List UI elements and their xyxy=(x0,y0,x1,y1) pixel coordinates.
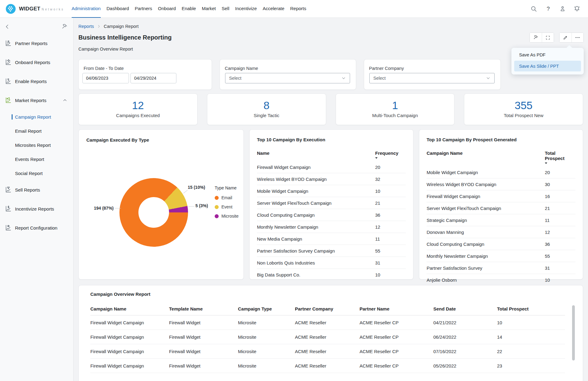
sidebar-item-incentivize-reports[interactable]: Incentivize Reports xyxy=(0,199,73,218)
sidebar-item-campaign-report[interactable]: Campaign Report xyxy=(0,110,73,124)
campaign-overview-card: Campaign Overview Report Campaign Name T… xyxy=(78,285,583,381)
table-row[interactable]: Wireless Widget BYOD Campaign 32 xyxy=(257,173,406,185)
table-row[interactable]: Cloud Computing Campaign 36 xyxy=(257,209,406,221)
legend-title: Type Name xyxy=(215,185,239,190)
sidebar-item-report-configuration[interactable]: Report Configuration xyxy=(0,218,73,237)
leader-line xyxy=(115,208,121,208)
sidebar-item-events-report[interactable]: Events Report xyxy=(0,152,73,166)
legend-item[interactable]: Microsite xyxy=(215,214,239,219)
notifications-bell-icon[interactable] xyxy=(573,5,581,13)
kpi-value: 12 xyxy=(79,99,197,112)
table-row[interactable]: Mobile Widget Campaign 10 xyxy=(257,185,406,197)
kpi-total-prospect-new: 355 Total Prospect New xyxy=(464,93,583,125)
page-title: Business Intelligence Reporting xyxy=(78,34,583,41)
table-row[interactable]: Partner Satisfaction Survey 31 xyxy=(427,262,575,274)
market-reports-icon xyxy=(5,97,12,104)
campaign-name-select[interactable]: Select xyxy=(225,73,350,83)
table-row[interactable]: Firewall Widget Campaign Firewall Widget… xyxy=(90,359,565,373)
campaign-name-label: Campaign Name xyxy=(225,66,258,71)
sidebar-pin-icon[interactable] xyxy=(62,24,68,30)
nav-menu-item[interactable]: Dashboard xyxy=(107,0,129,18)
sidebar-collapse-icon[interactable] xyxy=(4,24,10,30)
table-row[interactable]: Monthly Newsletter Campaign 12 xyxy=(257,221,406,233)
sidebar-item-enable-reports[interactable]: Enable Reports xyxy=(0,72,73,91)
fullscreen-icon xyxy=(545,35,550,40)
table-row[interactable]: Firewall Widget Campaign Firewall Widget… xyxy=(90,330,565,344)
sidebar-item-label: Report Configuration xyxy=(15,225,57,231)
table-row[interactable]: Monthly Newsletter Campaign 55 xyxy=(427,250,575,262)
table-row[interactable]: Partner Satisfaction Survey Campaign 55 xyxy=(257,245,406,257)
date-range-label: From Date - To Date xyxy=(84,66,124,71)
sidebar-item-social-report[interactable]: Social Report xyxy=(0,166,73,180)
breadcrumb-reports-link[interactable]: Reports xyxy=(78,24,94,29)
sidebar-item-onboard-reports[interactable]: Onboard Reports xyxy=(0,53,73,72)
sidebar-item-market-reports[interactable]: Market Reports xyxy=(0,91,73,110)
from-date-input[interactable]: 04/06/2023 xyxy=(82,73,129,83)
sidebar-item-label: Onboard Reports xyxy=(15,60,50,65)
legend-item[interactable]: Event xyxy=(215,204,239,209)
brand-logo[interactable]: WIDGET Networks xyxy=(0,4,64,14)
help-icon[interactable]: ? xyxy=(545,5,552,13)
nav-menu-item[interactable]: Partners xyxy=(135,0,152,18)
edit-report-button[interactable] xyxy=(560,33,571,42)
table-row[interactable]: Mobile Widget Campaign 20 xyxy=(427,166,575,178)
nav-menu-item[interactable]: Reports xyxy=(290,0,307,18)
nav-menu-item[interactable]: Administration xyxy=(72,0,101,18)
sidebar-item-partner-reports[interactable]: Partner Reports xyxy=(0,34,73,53)
vertical-scrollbar-thumb[interactable] xyxy=(572,305,575,360)
table-row[interactable]: Firewall Widget Campaign 20 xyxy=(257,161,406,173)
chevron-up-icon xyxy=(62,97,68,103)
table-row[interactable]: Firewall Widget Campaign 16 xyxy=(427,190,575,202)
date-range-filter-card: From Date - To Date 04/06/2023 04/29/202… xyxy=(78,59,212,90)
table-row[interactable]: Server Widget FlexiTouch Campaign 21 xyxy=(257,197,406,209)
donut-chart[interactable] xyxy=(119,178,188,247)
table-row[interactable]: Firewall Widget Campaign Firewall Widget… xyxy=(90,344,565,359)
nav-menu-item[interactable]: Enable xyxy=(182,0,196,18)
main-content: Reports Campaign Report Business Intelli… xyxy=(74,18,588,381)
nav-menu-item[interactable]: Onboard xyxy=(158,0,176,18)
sidebar-item-label: Partner Reports xyxy=(15,41,47,46)
nav-menu-item[interactable]: Sell xyxy=(222,0,229,18)
chevron-right-icon xyxy=(97,24,101,29)
table-row[interactable]: Anjolie Osborn 10 xyxy=(427,274,575,286)
table-row[interactable]: Firewall Widget Campaign Firewall Widget… xyxy=(90,315,565,330)
user-icon[interactable] xyxy=(559,5,566,13)
search-icon[interactable] xyxy=(530,5,537,13)
table-row[interactable]: Cloud Computing Campaign 36 xyxy=(427,238,575,250)
table-row[interactable]: New Media Campaign 11 xyxy=(257,233,406,245)
save-as-menu: Save As PDF Save As Slide / PPT xyxy=(511,48,584,74)
top-nav: WIDGET Networks Administration Dashboard… xyxy=(0,0,588,18)
report-toolbar xyxy=(530,32,584,43)
kpi-campaigns-executed: 12 Campaigns Executed xyxy=(78,93,198,125)
kpi-multi-touch-campaign: 1 Multi-Touch Campaign xyxy=(336,93,455,125)
sidebar-item-sell-reports[interactable]: Sell Reports xyxy=(0,180,73,199)
more-options-button[interactable] xyxy=(571,33,583,42)
sidebar-item-email-report[interactable]: Email Report xyxy=(0,124,73,138)
table-row[interactable]: Strategic Campaign 11 xyxy=(427,214,575,226)
menu-item[interactable]: Save As Slide / PPT xyxy=(514,61,581,71)
widget-networks-logo-icon xyxy=(6,4,16,14)
menu-item[interactable]: Save As PDF xyxy=(511,50,584,59)
nav-menu-item[interactable]: Accelerate xyxy=(263,0,285,18)
table-row[interactable]: Big Data Support Co. 10 xyxy=(257,269,406,281)
nav-menu-item[interactable]: Market xyxy=(202,0,216,18)
table-row[interactable]: Wireless Widget BYOD Campaign 30 xyxy=(427,178,575,190)
breadcrumb-current: Campaign Report xyxy=(104,24,139,29)
partner-company-select[interactable]: Select xyxy=(369,73,495,83)
table-title: Top 10 Campaign By Execution xyxy=(257,137,406,142)
table-row[interactable]: Non Lobortis Quis Industries 31 xyxy=(257,257,406,269)
nav-menu-item[interactable]: Incentivize xyxy=(235,0,257,18)
to-date-input[interactable]: 04/29/2024 xyxy=(130,73,176,83)
table-row[interactable]: Donovan Manning 12 xyxy=(427,226,575,238)
sidebar-item-microsites-report[interactable]: Microsites Report xyxy=(0,138,73,152)
legend-item[interactable]: Email xyxy=(215,195,239,200)
incentivize-reports-icon xyxy=(5,205,12,212)
chart-title: Campaign Executed By Type xyxy=(86,137,149,143)
table-title: Campaign Overview Report xyxy=(90,291,150,297)
page-subtitle: Campaign Overview Report xyxy=(78,47,583,51)
table-row[interactable]: Server Widget FlexiTouch Campaign 21 xyxy=(427,202,575,214)
pin-report-button[interactable] xyxy=(530,33,542,42)
fullscreen-button[interactable] xyxy=(542,33,554,42)
donut-label-microsite: 5 (3%) xyxy=(195,203,208,208)
ellipsis-icon xyxy=(575,35,581,40)
